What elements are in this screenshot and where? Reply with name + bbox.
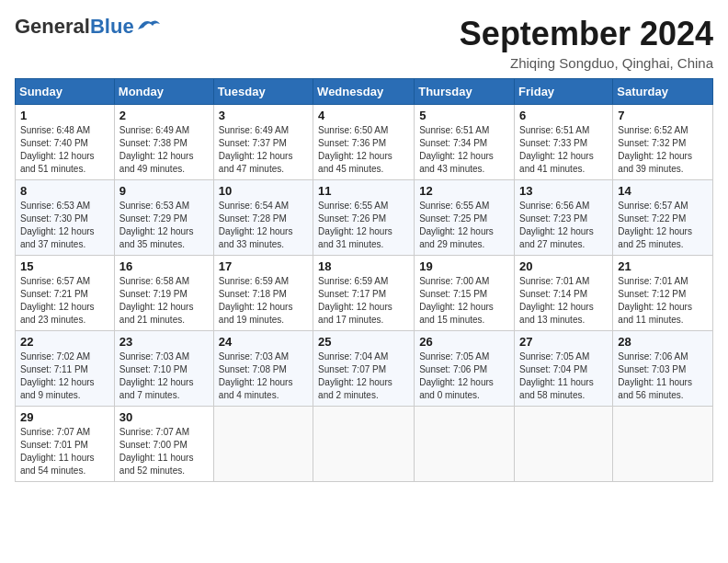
day-number: 8: [20, 184, 109, 198]
day-info: Sunrise: 7:05 AMSunset: 7:04 PMDaylight:…: [519, 350, 608, 402]
day-info: Sunrise: 6:53 AMSunset: 7:30 PMDaylight:…: [20, 200, 109, 251]
day-info: Sunrise: 7:01 AMSunset: 7:12 PMDaylight:…: [618, 275, 708, 327]
calendar-cell: 16Sunrise: 6:58 AMSunset: 7:19 PMDayligh…: [114, 256, 213, 331]
day-number: 20: [519, 259, 608, 273]
day-number: 19: [419, 259, 509, 273]
day-info: Sunrise: 7:03 AMSunset: 7:08 PMDaylight:…: [219, 350, 308, 402]
calendar-cell: 15Sunrise: 6:57 AMSunset: 7:21 PMDayligh…: [16, 256, 115, 331]
calendar-cell: 6Sunrise: 6:51 AMSunset: 7:33 PMDaylight…: [515, 105, 613, 180]
day-number: 6: [519, 109, 608, 122]
calendar-cell: 25Sunrise: 7:04 AMSunset: 7:07 PMDayligh…: [313, 331, 415, 407]
day-info: Sunrise: 6:52 AMSunset: 7:32 PMDaylight:…: [618, 124, 708, 176]
weekday-header-wednesday: Wednesday: [313, 79, 415, 105]
day-number: 24: [219, 335, 308, 349]
day-number: 11: [318, 184, 409, 198]
day-number: 17: [219, 259, 308, 273]
calendar-cell: 27Sunrise: 7:05 AMSunset: 7:04 PMDayligh…: [515, 331, 613, 407]
calendar-cell: 14Sunrise: 6:57 AMSunset: 7:22 PMDayligh…: [613, 180, 713, 256]
day-info: Sunrise: 7:07 AMSunset: 7:01 PMDaylight:…: [20, 426, 109, 477]
day-number: 4: [318, 109, 409, 122]
day-number: 30: [119, 410, 209, 424]
day-info: Sunrise: 6:51 AMSunset: 7:33 PMDaylight:…: [519, 124, 608, 176]
weekday-header-friday: Friday: [515, 79, 613, 105]
calendar-cell: 20Sunrise: 7:01 AMSunset: 7:14 PMDayligh…: [515, 256, 613, 331]
calendar-cell: 18Sunrise: 6:59 AMSunset: 7:17 PMDayligh…: [313, 256, 415, 331]
calendar-cell: 11Sunrise: 6:55 AMSunset: 7:26 PMDayligh…: [313, 180, 415, 256]
weekday-header-monday: Monday: [114, 79, 213, 105]
day-number: 14: [618, 184, 708, 198]
weekday-header-thursday: Thursday: [415, 79, 515, 105]
day-info: Sunrise: 7:00 AMSunset: 7:15 PMDaylight:…: [419, 275, 509, 327]
calendar-cell: 2Sunrise: 6:49 AMSunset: 7:38 PMDaylight…: [114, 105, 213, 180]
day-number: 28: [618, 335, 708, 349]
calendar-cell: 21Sunrise: 7:01 AMSunset: 7:12 PMDayligh…: [613, 256, 713, 331]
day-number: 10: [219, 184, 308, 198]
day-number: 23: [119, 335, 209, 349]
day-number: 13: [519, 184, 608, 198]
day-info: Sunrise: 6:58 AMSunset: 7:19 PMDaylight:…: [119, 275, 209, 327]
day-number: 27: [519, 335, 608, 349]
calendar-cell: 30Sunrise: 7:07 AMSunset: 7:00 PMDayligh…: [114, 407, 213, 482]
calendar-cell: 8Sunrise: 6:53 AMSunset: 7:30 PMDaylight…: [16, 180, 115, 256]
day-info: Sunrise: 7:02 AMSunset: 7:11 PMDaylight:…: [20, 350, 109, 402]
day-info: Sunrise: 6:48 AMSunset: 7:40 PMDaylight:…: [20, 124, 109, 176]
calendar-cell: 3Sunrise: 6:49 AMSunset: 7:37 PMDaylight…: [213, 105, 313, 180]
calendar-cell: 9Sunrise: 6:53 AMSunset: 7:29 PMDaylight…: [114, 180, 213, 256]
weekday-header-sunday: Sunday: [16, 79, 115, 105]
weekday-header-tuesday: Tuesday: [213, 79, 313, 105]
calendar-cell: 12Sunrise: 6:55 AMSunset: 7:25 PMDayligh…: [415, 180, 515, 256]
calendar-cell: [213, 407, 313, 482]
calendar-cell: 7Sunrise: 6:52 AMSunset: 7:32 PMDaylight…: [613, 105, 713, 180]
day-number: 7: [618, 109, 708, 122]
day-info: Sunrise: 6:49 AMSunset: 7:37 PMDaylight:…: [219, 124, 308, 176]
day-info: Sunrise: 6:56 AMSunset: 7:23 PMDaylight:…: [519, 200, 608, 251]
logo-bird-icon: [136, 17, 162, 35]
calendar-cell: [313, 407, 415, 482]
logo: GeneralBlue: [15, 15, 162, 39]
calendar-cell: 5Sunrise: 6:51 AMSunset: 7:34 PMDaylight…: [415, 105, 515, 180]
calendar-cell: 24Sunrise: 7:03 AMSunset: 7:08 PMDayligh…: [213, 331, 313, 407]
day-info: Sunrise: 6:55 AMSunset: 7:25 PMDaylight:…: [419, 200, 509, 251]
day-number: 15: [20, 259, 109, 273]
calendar-cell: 4Sunrise: 6:50 AMSunset: 7:36 PMDaylight…: [313, 105, 415, 180]
day-info: Sunrise: 6:59 AMSunset: 7:18 PMDaylight:…: [219, 275, 308, 327]
day-info: Sunrise: 6:50 AMSunset: 7:36 PMDaylight:…: [318, 124, 409, 176]
day-number: 18: [318, 259, 409, 273]
day-info: Sunrise: 7:07 AMSunset: 7:00 PMDaylight:…: [119, 426, 209, 477]
day-info: Sunrise: 7:05 AMSunset: 7:06 PMDaylight:…: [419, 350, 509, 402]
calendar: SundayMondayTuesdayWednesdayThursdayFrid…: [15, 78, 713, 482]
logo-text: GeneralBlue: [15, 15, 134, 39]
day-info: Sunrise: 6:59 AMSunset: 7:17 PMDaylight:…: [318, 275, 409, 327]
day-number: 9: [119, 184, 209, 198]
title-block: September 2024 Zhiqing Songduo, Qinghai,…: [460, 15, 713, 71]
calendar-cell: 10Sunrise: 6:54 AMSunset: 7:28 PMDayligh…: [213, 180, 313, 256]
calendar-cell: [613, 407, 713, 482]
day-info: Sunrise: 7:06 AMSunset: 7:03 PMDaylight:…: [618, 350, 708, 402]
day-info: Sunrise: 6:57 AMSunset: 7:22 PMDaylight:…: [618, 200, 708, 251]
day-info: Sunrise: 6:49 AMSunset: 7:38 PMDaylight:…: [119, 124, 209, 176]
calendar-cell: 17Sunrise: 6:59 AMSunset: 7:18 PMDayligh…: [213, 256, 313, 331]
day-number: 16: [119, 259, 209, 273]
logo-general: General: [15, 15, 90, 38]
day-info: Sunrise: 6:55 AMSunset: 7:26 PMDaylight:…: [318, 200, 409, 251]
calendar-cell: 23Sunrise: 7:03 AMSunset: 7:10 PMDayligh…: [114, 331, 213, 407]
day-number: 29: [20, 410, 109, 424]
calendar-cell: 29Sunrise: 7:07 AMSunset: 7:01 PMDayligh…: [16, 407, 115, 482]
day-info: Sunrise: 7:03 AMSunset: 7:10 PMDaylight:…: [119, 350, 209, 402]
day-info: Sunrise: 6:53 AMSunset: 7:29 PMDaylight:…: [119, 200, 209, 251]
calendar-cell: [515, 407, 613, 482]
day-info: Sunrise: 6:51 AMSunset: 7:34 PMDaylight:…: [419, 124, 509, 176]
calendar-cell: 22Sunrise: 7:02 AMSunset: 7:11 PMDayligh…: [16, 331, 115, 407]
calendar-cell: [415, 407, 515, 482]
day-number: 3: [219, 109, 308, 122]
calendar-cell: 1Sunrise: 6:48 AMSunset: 7:40 PMDaylight…: [16, 105, 115, 180]
day-number: 25: [318, 335, 409, 349]
day-info: Sunrise: 6:57 AMSunset: 7:21 PMDaylight:…: [20, 275, 109, 327]
day-number: 26: [419, 335, 509, 349]
day-info: Sunrise: 7:01 AMSunset: 7:14 PMDaylight:…: [519, 275, 608, 327]
day-number: 22: [20, 335, 109, 349]
calendar-cell: 26Sunrise: 7:05 AMSunset: 7:06 PMDayligh…: [415, 331, 515, 407]
day-number: 5: [419, 109, 509, 122]
calendar-cell: 19Sunrise: 7:00 AMSunset: 7:15 PMDayligh…: [415, 256, 515, 331]
location: Zhiqing Songduo, Qinghai, China: [460, 55, 713, 71]
